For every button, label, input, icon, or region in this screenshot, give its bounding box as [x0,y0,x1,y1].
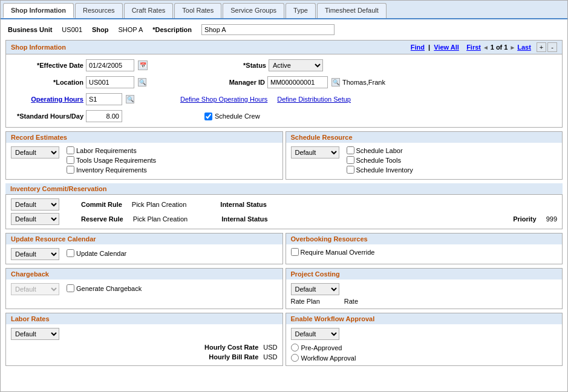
first-link[interactable]: First [466,44,481,51]
description-input[interactable] [201,24,335,35]
location-input[interactable] [86,76,134,88]
tab-type[interactable]: Type [286,3,316,18]
manager-id-label: Manager ID [192,79,265,86]
std-hours-input[interactable] [86,110,122,122]
schedule-crew-label: Schedule Crew [215,113,260,120]
tab-bar: Shop Information Resources Craft Rates T… [1,1,567,19]
header-row: Business Unit US001 Shop SHOP A *Descrip… [1,19,567,40]
define-shop-link[interactable]: Define Shop Operating Hours [180,96,267,103]
shop-info-title: Shop Information [11,44,66,51]
rate-label: Rate [344,298,358,305]
hourly-bill-currency: USD [263,353,277,361]
tools-usage-label: Tools Usage Requirements [76,157,156,164]
middle-sections: Record Estimates Default Labor Requireme… [5,131,563,180]
overbooking-body: Require Manual Override [286,244,563,260]
update-overbooking-row: Update Resource Calendar Default Update … [5,233,563,264]
enable-workflow-title: Enable Workflow Approval [286,313,563,324]
pre-approved-radio[interactable] [291,344,299,351]
page-info: 1 of 1 [491,44,508,51]
require-manual-checkbox[interactable] [291,248,299,256]
schedule-tools-label: Schedule Tools [356,157,401,164]
schedule-tools-checkbox[interactable] [347,156,354,164]
inventory-req-checkbox[interactable] [67,166,74,174]
inventory-req-label: Inventory Requirements [76,166,147,174]
overbooking-section: Overbooking Resources Require Manual Ove… [286,233,563,264]
tools-usage-checkbox[interactable] [67,156,74,164]
operating-hours-input[interactable] [86,93,122,105]
define-dist-link[interactable]: Define Distribution Setup [277,96,351,103]
schedule-resource-select[interactable]: Default [291,146,339,158]
shop-value: SHOP A [119,26,143,33]
shop-info-section: Shop Information Find | View All First ◄… [5,40,563,128]
workflow-approval-label: Workflow Approval [301,354,356,362]
rate-plan-label: Rate Plan [291,298,320,305]
inventory-title: Inventory Commit/Reservation [5,183,563,194]
enable-workflow-section: Enable Workflow Approval Default Pre-App… [286,313,563,366]
view-all-link[interactable]: View All [434,44,459,51]
shop-info-title-bar: Shop Information Find | View All First ◄… [5,40,563,54]
chargeback-project-row: Chargeback Default Generate Chargeback P… [5,268,563,309]
labor-req-checkbox[interactable] [67,146,74,154]
find-link[interactable]: Find [411,44,425,51]
require-manual-label: Require Manual Override [301,249,375,256]
status-label: *Status [194,62,266,69]
manager-name: Thomas,Frank [342,79,385,86]
hourly-bill-label: Hourly Bill Rate [209,353,258,361]
shop-info-body: *Effective Date 📅 *Status Active Inactiv… [5,54,563,128]
schedule-inventory-checkbox[interactable] [347,166,354,174]
location-label: *Location [11,79,83,86]
inventory-select1[interactable]: Default [11,198,59,211]
pre-approved-label: Pre-Approved [301,344,342,351]
tab-tool-rates[interactable]: Tool Rates [174,3,221,18]
update-calendar-checkbox[interactable] [67,249,74,257]
schedule-labor-checkbox[interactable] [347,146,354,154]
effective-date-input[interactable] [86,59,134,71]
schedule-crew-checkbox[interactable] [204,113,212,120]
project-costing-select[interactable]: Default [291,283,339,295]
add-row-button[interactable]: + [537,42,546,52]
labor-rates-select[interactable]: Default [11,328,59,340]
location-lookup-icon[interactable]: 🔍 [138,78,146,87]
operating-hours-label[interactable]: Operating Hours [11,96,83,103]
chargeback-select: Default [11,283,59,295]
project-costing-title: Project Costing [286,269,563,279]
page-container: Shop Information Resources Craft Rates T… [0,0,568,392]
last-link[interactable]: Last [517,44,531,51]
labor-rates-body: Default Hourly Cost Rate USD Hourly Bill… [6,324,282,364]
chargeback-body: Default Generate Chargeback [6,279,282,299]
labor-rates-section: Labor Rates Default Hourly Cost Rate USD… [5,313,283,366]
tab-shop-information[interactable]: Shop Information [3,3,74,18]
update-resource-title: Update Resource Calendar [6,234,282,244]
operating-hours-lookup-icon[interactable]: 🔍 [126,95,134,103]
status-select[interactable]: Active Inactive [269,59,323,71]
next-arrow[interactable]: ► [510,44,518,51]
record-estimates-select[interactable]: Default [11,146,59,158]
effective-date-label: *Effective Date [11,62,83,69]
update-resource-body: Default Update Calendar [6,244,282,264]
inventory-section: Inventory Commit/Reservation Default Com… [5,183,563,229]
inventory-select2[interactable]: Default [11,213,59,225]
generate-chargeback-checkbox[interactable] [67,284,74,292]
tab-resources[interactable]: Resources [75,3,123,18]
record-estimates-title: Record Estimates [6,132,282,143]
commit-rule-label: Commit Rule [81,201,122,208]
description-label: *Description [152,26,192,33]
tab-service-groups[interactable]: Service Groups [223,3,284,18]
reserve-rule-label: Reserve Rule [81,215,123,223]
overbooking-title: Overbooking Resources [286,234,563,244]
tab-craft-rates[interactable]: Craft Rates [124,3,174,18]
hourly-cost-currency: USD [263,344,277,351]
commit-rule-value: Pick Plan Creation [132,201,187,208]
manager-id-input[interactable] [267,76,328,88]
workflow-approval-radio[interactable] [291,354,299,362]
enable-workflow-select[interactable]: Default [291,328,339,340]
tab-timesheet-default[interactable]: Timesheet Default [317,3,387,18]
prev-arrow[interactable]: ◄ [483,44,491,51]
schedule-inventory-label: Schedule Inventory [356,166,413,174]
calendar-icon[interactable]: 📅 [138,60,148,70]
manager-lookup-icon[interactable]: 🔍 [331,78,340,87]
project-costing-section: Project Costing Default Rate Plan Rate [286,268,563,309]
remove-row-button[interactable]: - [547,42,557,52]
inventory-body: Default Commit Rule Pick Plan Creation I… [5,194,563,229]
update-resource-select[interactable]: Default [11,248,59,260]
